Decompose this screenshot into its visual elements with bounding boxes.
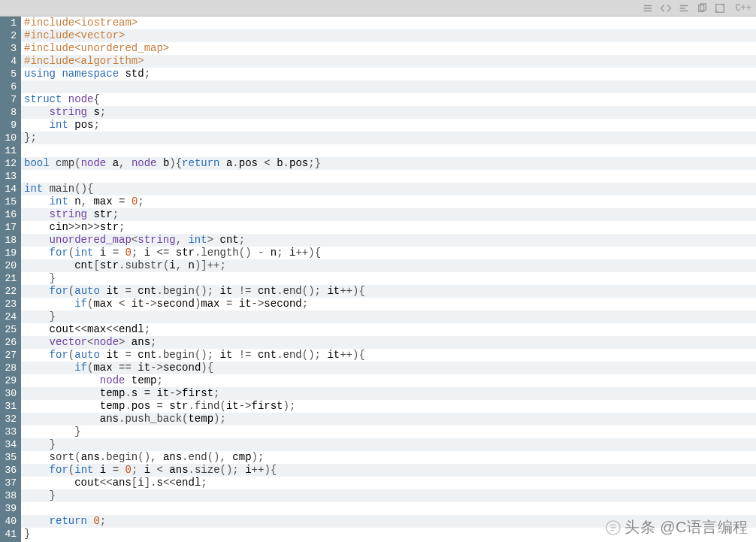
line-number: 15 — [3, 195, 17, 208]
language-label: C++ — [732, 3, 751, 14]
svg-rect-2 — [716, 4, 724, 12]
code-line[interactable]: cin>>n>>str; — [21, 221, 756, 234]
line-number: 23 — [3, 298, 17, 310]
code-line[interactable] — [21, 80, 756, 93]
line-number: 30 — [3, 387, 17, 400]
line-number: 17 — [3, 221, 17, 234]
line-number: 16 — [3, 208, 17, 221]
code-line[interactable] — [21, 502, 756, 515]
line-number: 12 — [3, 157, 17, 170]
menu-icon[interactable] — [642, 2, 654, 14]
code-line[interactable]: } — [21, 438, 756, 451]
code-line[interactable]: temp.pos = str.find(it->first); — [21, 400, 756, 413]
line-number: 27 — [3, 349, 17, 362]
code-line[interactable]: return 0; — [21, 515, 756, 528]
line-number: 10 — [3, 132, 17, 144]
line-number: 5 — [3, 68, 17, 80]
code-line[interactable]: ans.push_back(temp); — [21, 413, 756, 425]
code-line[interactable] — [21, 144, 756, 157]
line-number: 38 — [3, 489, 17, 502]
line-number: 29 — [3, 374, 17, 387]
line-number: 31 — [3, 400, 17, 413]
line-number: 8 — [3, 106, 17, 119]
line-number: 33 — [3, 425, 17, 438]
code-line[interactable]: }; — [21, 132, 756, 144]
line-number: 3 — [3, 42, 17, 55]
copy-icon[interactable] — [696, 2, 708, 14]
code-line[interactable]: int n, max = 0; — [21, 195, 756, 208]
code-line[interactable]: bool cmp(node a, node b){return a.pos < … — [21, 157, 756, 170]
line-number: 20 — [3, 259, 17, 272]
line-number: 21 — [3, 272, 17, 285]
lines-icon[interactable] — [678, 2, 690, 14]
editor-toolbar: C++ — [0, 0, 756, 17]
code-line[interactable]: unordered_map<string, int> cnt; — [21, 234, 756, 247]
expand-icon[interactable] — [714, 2, 726, 14]
code-line[interactable]: if(max == it->second){ — [21, 362, 756, 374]
line-number: 2 — [3, 29, 17, 42]
line-number: 26 — [3, 336, 17, 349]
line-number: 24 — [3, 310, 17, 323]
line-number: 7 — [3, 93, 17, 106]
line-number: 36 — [3, 464, 17, 477]
line-number: 32 — [3, 413, 17, 425]
line-number: 28 — [3, 362, 17, 374]
code-line[interactable]: string s; — [21, 106, 756, 119]
code-line[interactable]: } — [21, 528, 756, 540]
code-line[interactable] — [21, 170, 756, 183]
line-number: 39 — [3, 502, 17, 515]
code-line[interactable]: cnt[str.substr(i, n)]++; — [21, 259, 756, 272]
line-number: 9 — [3, 119, 17, 132]
code-line[interactable]: } — [21, 272, 756, 285]
code-line[interactable]: #include<unordered_map> — [21, 42, 756, 55]
line-number: 18 — [3, 234, 17, 247]
code-line[interactable]: int main(){ — [21, 183, 756, 195]
line-number: 6 — [3, 80, 17, 93]
code-line[interactable]: for(auto it = cnt.begin(); it != cnt.end… — [21, 285, 756, 298]
code-line[interactable]: vector<node> ans; — [21, 336, 756, 349]
code-line[interactable]: struct node{ — [21, 93, 756, 106]
line-number: 41 — [3, 528, 17, 540]
line-number: 34 — [3, 438, 17, 451]
line-number: 14 — [3, 183, 17, 195]
code-line[interactable]: if(max < it->second)max = it->second; — [21, 298, 756, 310]
line-number: 25 — [3, 323, 17, 336]
line-number: 1 — [3, 17, 17, 29]
code-line[interactable]: } — [21, 489, 756, 502]
code-line[interactable]: #include<iostream> — [21, 17, 756, 29]
code-line[interactable]: #include<vector> — [21, 29, 756, 42]
code-icon[interactable] — [660, 2, 672, 14]
line-number: 4 — [3, 55, 17, 68]
line-gutter: 1234567891011121314151617181920212223242… — [0, 17, 21, 542]
code-line[interactable]: using namespace std; — [21, 68, 756, 80]
code-line[interactable]: } — [21, 425, 756, 438]
line-number: 13 — [3, 170, 17, 183]
code-line[interactable]: for(auto it = cnt.begin(); it != cnt.end… — [21, 349, 756, 362]
code-area[interactable]: #include<iostream>#include<vector>#inclu… — [21, 17, 756, 542]
code-editor[interactable]: 1234567891011121314151617181920212223242… — [0, 17, 756, 542]
code-line[interactable]: int pos; — [21, 119, 756, 132]
code-line[interactable]: string str; — [21, 208, 756, 221]
code-line[interactable]: sort(ans.begin(), ans.end(), cmp); — [21, 451, 756, 464]
line-number: 22 — [3, 285, 17, 298]
code-line[interactable]: temp.s = it->first; — [21, 387, 756, 400]
line-number: 35 — [3, 451, 17, 464]
code-line[interactable]: #include<algorithm> — [21, 55, 756, 68]
line-number: 37 — [3, 477, 17, 489]
line-number: 11 — [3, 144, 17, 157]
code-line[interactable]: cout<<ans[i].s<<endl; — [21, 477, 756, 489]
code-line[interactable]: for(int i = 0; i < ans.size(); i++){ — [21, 464, 756, 477]
code-line[interactable]: cout<<max<<endl; — [21, 323, 756, 336]
code-line[interactable]: for(int i = 0; i <= str.length() - n; i+… — [21, 247, 756, 259]
code-line[interactable]: node temp; — [21, 374, 756, 387]
code-line[interactable]: } — [21, 310, 756, 323]
line-number: 19 — [3, 247, 17, 259]
line-number: 40 — [3, 515, 17, 528]
